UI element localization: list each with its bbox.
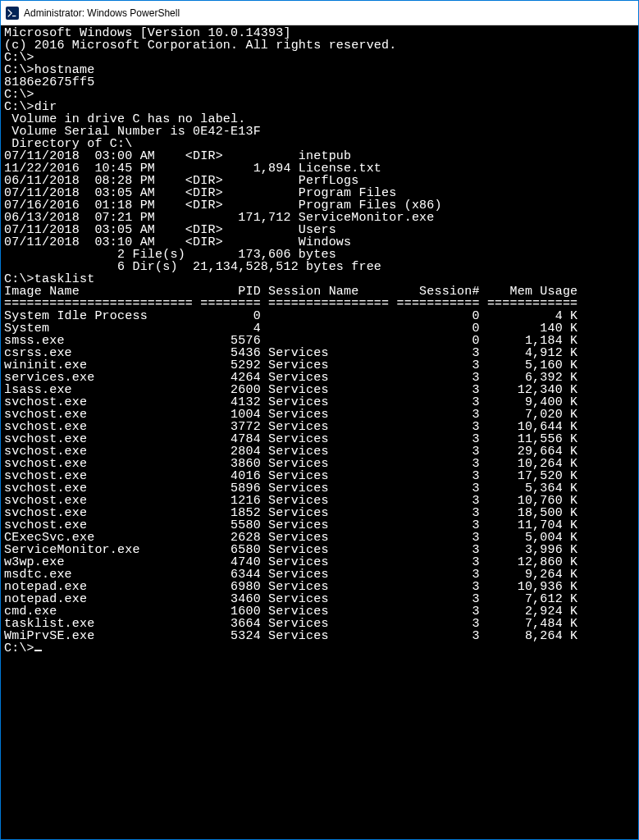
tasklist-row: wininit.exe 5292 Services 3 5,160 K bbox=[4, 359, 635, 372]
tasklist-row: lsass.exe 2600 Services 3 12,340 K bbox=[4, 384, 635, 396]
tasklist-row: System Idle Process 0 0 4 K bbox=[4, 310, 635, 322]
tasklist-row: svchost.exe 5580 Services 3 11,704 K bbox=[4, 519, 635, 532]
prompt: C:\> bbox=[4, 641, 34, 655]
terminal-area[interactable]: Microsoft Windows [Version 10.0.14393](c… bbox=[1, 25, 638, 839]
prompt-hostname: C:\>hostname bbox=[4, 64, 635, 76]
tasklist-row: csrss.exe 5436 Services 3 4,912 K bbox=[4, 347, 635, 359]
tasklist-row: svchost.exe 4132 Services 3 9,400 K bbox=[4, 396, 635, 409]
dir-entry: 07/11/2018 03:10 AM <DIR> Windows bbox=[4, 236, 635, 249]
banner-line: Microsoft Windows [Version 10.0.14393] bbox=[4, 27, 635, 39]
prompt-cursor: C:\> bbox=[4, 642, 635, 655]
tasklist-row: smss.exe 5576 0 1,184 K bbox=[4, 335, 635, 347]
tasklist-row: w3wp.exe 4740 Services 3 12,860 K bbox=[4, 556, 635, 568]
dir-entry: 07/11/2018 03:00 AM <DIR> inetpub bbox=[4, 150, 635, 162]
tasklist-row: tasklist.exe 3664 Services 3 7,484 K bbox=[4, 618, 635, 630]
tasklist-row: cmd.exe 1600 Services 3 2,924 K bbox=[4, 605, 635, 618]
tasklist-row: svchost.exe 1852 Services 3 18,500 K bbox=[4, 507, 635, 519]
banner-line: (c) 2016 Microsoft Corporation. All righ… bbox=[4, 39, 635, 52]
dir-volume: Volume in drive C has no label. bbox=[4, 113, 635, 126]
tasklist-row: svchost.exe 3860 Services 3 10,264 K bbox=[4, 458, 635, 470]
tasklist-row: WmiPrvSE.exe 5324 Services 3 8,264 K bbox=[4, 630, 635, 642]
prompt-dir: C:\>dir bbox=[4, 101, 635, 113]
tasklist-row: svchost.exe 4016 Services 3 17,520 K bbox=[4, 470, 635, 482]
tasklist-row: svchost.exe 1004 Services 3 7,020 K bbox=[4, 409, 635, 421]
dir-serial: Volume Serial Number is 0E42-E13F bbox=[4, 126, 635, 138]
dir-entry: 07/11/2018 03:05 AM <DIR> Program Files bbox=[4, 187, 635, 199]
tasklist-row: services.exe 4264 Services 3 6,392 K bbox=[4, 372, 635, 384]
dir-entry: 07/11/2018 03:05 AM <DIR> Users bbox=[4, 224, 635, 236]
dir-summary-files: 2 File(s) 173,606 bytes bbox=[4, 249, 635, 261]
powershell-icon bbox=[6, 7, 19, 20]
prompt-blank: C:\> bbox=[4, 89, 635, 101]
window-title: Administrator: Windows PowerShell bbox=[24, 7, 180, 19]
hostname-output: 8186e2675ff5 bbox=[4, 76, 635, 89]
dir-entry: 07/16/2016 01:18 PM <DIR> Program Files … bbox=[4, 199, 635, 212]
tasklist-row: notepad.exe 6980 Services 3 10,936 K bbox=[4, 581, 635, 593]
tasklist-row: svchost.exe 3772 Services 3 10,644 K bbox=[4, 421, 635, 433]
dir-entry: 11/22/2016 10:45 PM 1,894 License.txt bbox=[4, 162, 635, 175]
prompt-tasklist: C:\>tasklist bbox=[4, 273, 635, 285]
tasklist-separator: ========================= ======== =====… bbox=[4, 298, 635, 310]
tasklist-row: svchost.exe 1216 Services 3 10,760 K bbox=[4, 495, 635, 507]
dir-of-line: Directory of C:\ bbox=[4, 138, 635, 150]
dir-entry: 06/13/2018 07:21 PM 171,712 ServiceMonit… bbox=[4, 212, 635, 224]
cursor bbox=[34, 650, 42, 651]
tasklist-row: svchost.exe 4784 Services 3 11,556 K bbox=[4, 433, 635, 445]
dir-summary-dirs: 6 Dir(s) 21,134,528,512 bytes free bbox=[4, 261, 635, 273]
tasklist-row: notepad.exe 3460 Services 3 7,612 K bbox=[4, 593, 635, 605]
tasklist-row: CExecSvc.exe 2628 Services 3 5,004 K bbox=[4, 532, 635, 544]
powershell-window: Administrator: Windows PowerShell Micros… bbox=[0, 0, 639, 840]
tasklist-header: Image Name PID Session Name Session# Mem… bbox=[4, 285, 635, 298]
tasklist-row: ServiceMonitor.exe 6580 Services 3 3,996… bbox=[4, 544, 635, 556]
tasklist-row: svchost.exe 2804 Services 3 29,664 K bbox=[4, 445, 635, 458]
dir-entry: 06/11/2018 08:28 PM <DIR> PerfLogs bbox=[4, 175, 635, 187]
prompt-blank: C:\> bbox=[4, 52, 635, 64]
tasklist-row: svchost.exe 5896 Services 3 5,364 K bbox=[4, 482, 635, 495]
tasklist-row: System 4 0 140 K bbox=[4, 322, 635, 335]
titlebar[interactable]: Administrator: Windows PowerShell bbox=[1, 1, 638, 25]
tasklist-row: msdtc.exe 6344 Services 3 9,264 K bbox=[4, 568, 635, 581]
